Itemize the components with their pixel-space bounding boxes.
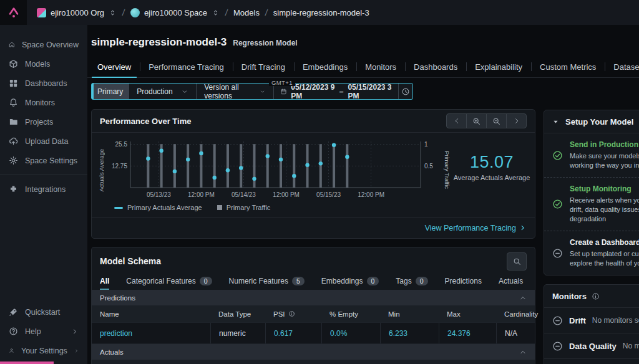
schema-tab-categorical-features[interactable]: Categorical Features0 [126, 277, 212, 290]
right-axis-label: Primary Traffic [442, 138, 451, 203]
count-badge: 0 [200, 277, 212, 285]
monitor-row-drift[interactable]: DriftNo monitors set up [544, 308, 639, 333]
column-header: Cardinality [496, 305, 538, 322]
setup-item[interactable]: Create a DashboardSet up templated or cu… [544, 231, 639, 275]
space-avatar [130, 8, 140, 17]
schema-group-actuals[interactable]: Actuals [92, 344, 535, 360]
view-performance-tracing-link[interactable]: View Performance Tracing [425, 224, 526, 232]
zoom-in-button[interactable] [466, 114, 486, 128]
info-icon[interactable] [288, 310, 295, 317]
time-settings-button[interactable] [399, 84, 412, 99]
legend-item[interactable]: Primary Traffic [217, 204, 271, 211]
page-header: simple-regression-model-3 Regression Mod… [91, 36, 639, 49]
sidebar-bottom-accent [0, 362, 54, 364]
sidebar-item-upload-data[interactable]: Upload Data [0, 132, 87, 151]
tab-datasets[interactable]: Datasets [605, 57, 639, 77]
sidebar-item-integrations[interactable]: Integrations [0, 180, 87, 199]
count-badge: 5 [292, 277, 305, 285]
sidebar-spacer [0, 199, 87, 302]
chevron-up-icon[interactable] [519, 294, 527, 302]
breadcrumb-org[interactable]: ejiro10000 Org [37, 8, 117, 17]
legend-item[interactable]: Primary Actuals Average [114, 204, 202, 211]
column-header: Data Type [210, 305, 265, 322]
clock-history-icon [401, 87, 410, 96]
schema-tab-all[interactable]: All [100, 277, 109, 290]
tab-monitors[interactable]: Monitors [356, 57, 405, 77]
page-title: simple-regression-model-3 [91, 36, 227, 49]
arize-logo[interactable] [0, 0, 27, 25]
sidebar-item-space-overview[interactable]: Space Overview [0, 35, 87, 54]
info-icon[interactable] [592, 292, 600, 300]
sidebar-item-models[interactable]: Models [0, 54, 87, 74]
chevron-right-icon [519, 224, 526, 231]
monitor-row-performance[interactable]: Performance1 No Data; 0 [544, 358, 639, 364]
sidebar-item-dashboards[interactable]: Dashboards [0, 74, 87, 93]
select-updown-icon[interactable] [109, 9, 117, 17]
tab-embeddings[interactable]: Embeddings [294, 57, 356, 77]
sidebar-item-projects[interactable]: Projects [0, 112, 87, 132]
column-header: PSI [265, 360, 321, 364]
primary-environment-chip[interactable]: Primary [92, 84, 129, 99]
sidebar-item-quickstart[interactable]: Quickstart [0, 302, 87, 322]
setup-item[interactable]: Send in Production DataMake sure your mo… [544, 133, 639, 177]
setup-your-model-panel: Setup Your Model Send in Production Data… [544, 110, 639, 275]
sidebar-item-your-settings[interactable]: Your Settings [0, 341, 87, 364]
svg-text:05/15/23: 05/15/23 [316, 191, 341, 198]
performance-over-time-panel: Performance Over Time Actuals Average 05… [91, 109, 535, 239]
chevron-up-icon[interactable] [519, 348, 527, 356]
tab-overview[interactable]: Overview [89, 57, 140, 77]
date-start: 05/12/2023 9 PM [291, 83, 334, 100]
pan-left-button[interactable] [447, 114, 466, 128]
calendar-icon [280, 87, 287, 96]
feature-name-link[interactable]: prediction [100, 329, 132, 338]
rocket-icon [9, 307, 18, 317]
breadcrumb-models[interactable]: Models [233, 8, 260, 17]
monitor-row-data-quality[interactable]: Data QualityNo monitors set up [544, 333, 639, 358]
space-label: ejiro10000 Space [144, 8, 207, 17]
setup-panel-header[interactable]: Setup Your Model [544, 110, 639, 133]
schema-tab-predictions[interactable]: Predictions [445, 277, 482, 290]
org-avatar [37, 8, 46, 17]
breadcrumb-space[interactable]: ejiro10000 Space [130, 8, 220, 17]
timezone-label: GMT+1 [269, 79, 295, 86]
svg-text:05/14/23: 05/14/23 [232, 191, 256, 198]
svg-text:12:00 PM: 12:00 PM [188, 191, 215, 198]
org-label: ejiro10000 Org [51, 8, 104, 17]
puzzle-icon [9, 184, 18, 194]
schema-tab-actuals[interactable]: Actuals [499, 277, 523, 290]
zoom-out-button[interactable] [486, 114, 506, 128]
svg-text:25.5: 25.5 [115, 141, 128, 148]
performance-chart-svg[interactable]: 05/13/2312:00 PM05/14/2312:00 PM05/15/23… [105, 138, 442, 203]
schema-tab-tags[interactable]: Tags0 [396, 277, 427, 290]
sidebar-item-help[interactable]: Help [0, 322, 87, 341]
tab-performance-tracing[interactable]: Performance Tracing [140, 57, 233, 77]
setup-item[interactable]: Setup MonitoringReceive alerts when your… [544, 177, 639, 231]
svg-text:0.5: 0.5 [424, 163, 433, 170]
pan-right-button[interactable] [506, 114, 526, 128]
select-updown-icon[interactable] [212, 9, 220, 17]
sidebar-item-space-settings[interactable]: Space Settings [0, 151, 87, 170]
performance-chart: Actuals Average 05/13/2312:00 PM05/14/23… [92, 133, 535, 203]
tab-dashboards[interactable]: Dashboards [405, 57, 466, 77]
home-icon [9, 40, 15, 49]
schema-search-button[interactable] [507, 252, 527, 271]
version-select[interactable]: Version all versions [197, 83, 273, 100]
schema-group-predictions[interactable]: Predictions [92, 290, 535, 305]
setup-item-title: Send in Production Data [570, 140, 639, 149]
person-icon [9, 346, 14, 355]
legend-marker [114, 207, 123, 209]
sidebar-item-monitors[interactable]: Monitors [0, 93, 87, 112]
summary-label: Average Actuals Average [454, 174, 530, 181]
environment-select[interactable]: Production [129, 87, 196, 96]
monitors-panel-header: Monitors [544, 285, 639, 308]
column-header: Max [439, 305, 496, 322]
table-row[interactable]: predictionnumeric0.6170.0%6.23324.376N/A [92, 322, 535, 344]
count-badge: 0 [367, 277, 379, 285]
triangle-down-icon [552, 118, 559, 125]
schema-tab-numeric-features[interactable]: Numeric Features5 [229, 277, 305, 290]
tab-custom-metrics[interactable]: Custom Metrics [531, 57, 605, 77]
breadcrumb-separator: / [225, 7, 228, 17]
tab-drift-tracing[interactable]: Drift Tracing [233, 57, 294, 77]
tab-explainability[interactable]: Explainability [466, 57, 531, 77]
schema-tab-embeddings[interactable]: Embeddings0 [321, 277, 379, 290]
